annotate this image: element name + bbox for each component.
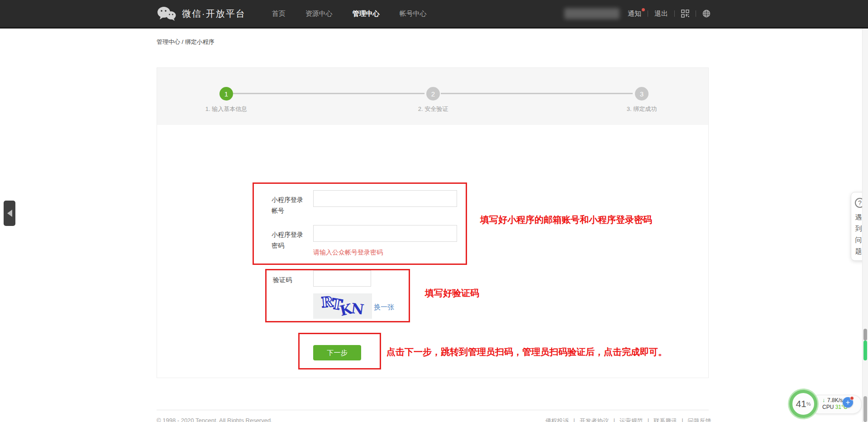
- footer-separator: |: [573, 417, 575, 422]
- memory-percent-unit: %: [806, 401, 811, 407]
- footer-link[interactable]: 侵权投诉: [545, 417, 569, 422]
- annotation-text-captcha: 填写好验证码: [425, 287, 479, 299]
- memory-percent-ring[interactable]: 41 %: [789, 390, 817, 418]
- step-3-circle: 3: [635, 87, 649, 101]
- annotation-box-credentials: [253, 182, 467, 265]
- scrollbar-track[interactable]: [862, 29, 868, 422]
- breadcrumb: 管理中心 / 绑定小程序: [157, 38, 215, 46]
- sidebar-collapse-tab[interactable]: [4, 201, 15, 226]
- wechat-open-platform-page: 微信·开放平台 首页 资源中心 管理中心 帐号中心 通知 退出: [0, 0, 868, 422]
- annotation-box-captcha: [265, 269, 410, 322]
- download-speed: 7.8K/s: [827, 397, 843, 403]
- step-connector: [441, 93, 633, 94]
- main-nav: 首页 资源中心 管理中心 帐号中心: [272, 10, 427, 18]
- notice-link[interactable]: 通知: [628, 10, 641, 18]
- logout-link[interactable]: 退出: [654, 10, 668, 18]
- nav-item-resources[interactable]: 资源中心: [305, 10, 333, 18]
- wechat-logo-icon: [157, 6, 176, 21]
- step-2-circle: 2: [426, 87, 440, 101]
- steps-header: 1 2 3 1. 输入基本信息 2. 安全验证 3. 绑定成功: [157, 68, 708, 125]
- footer-separator: |: [613, 417, 615, 422]
- top-navbar: 微信·开放平台 首页 资源中心 管理中心 帐号中心 通知 退出: [0, 0, 868, 29]
- footer-link[interactable]: 运营规范: [620, 417, 643, 422]
- cpu-label: CPU: [822, 404, 834, 410]
- footer-separator: |: [682, 417, 683, 422]
- divider: [648, 10, 648, 17]
- brand-name: 微信·开放平台: [182, 8, 246, 20]
- nav-item-management[interactable]: 管理中心: [353, 10, 380, 18]
- footer-separator: |: [648, 417, 649, 422]
- footer-link[interactable]: 开发者协议: [579, 417, 609, 422]
- notice-badge-dot: [642, 8, 645, 11]
- footer-copyright: © 1998 - 2020 Tencent. All Rights Reserv…: [157, 417, 272, 422]
- plus-icon: +: [846, 398, 850, 407]
- nav-item-home[interactable]: 首页: [272, 10, 286, 18]
- language-globe-icon[interactable]: [702, 10, 711, 18]
- navbar-right: 通知 退出: [564, 8, 711, 19]
- divider: [696, 10, 696, 17]
- scrollbar-marker-green: [863, 340, 867, 360]
- annotation-text-credentials: 填写好小程序的邮箱账号和小程序登录密码: [480, 214, 652, 226]
- scrollbar-thumb[interactable]: [863, 329, 867, 340]
- step-3-label: 3. 绑定成功: [627, 105, 657, 113]
- notice-label: 通知: [628, 10, 641, 17]
- help-tab-label: 遇到问题: [855, 211, 862, 257]
- footer-divider: [157, 410, 709, 410]
- download-arrow-icon: ↓: [822, 397, 825, 403]
- memory-percent-value: 41: [796, 398, 806, 409]
- collapse-arrow-icon: [7, 210, 12, 217]
- annotation-text-next: 点击下一步，跳转到管理员扫码，管理员扫码验证后，点击完成即可。: [386, 346, 667, 358]
- boost-plus-button[interactable]: +: [843, 397, 853, 408]
- step-connector: [233, 93, 424, 94]
- nav-item-account[interactable]: 帐号中心: [400, 10, 427, 18]
- qr-code-icon[interactable]: [681, 10, 689, 18]
- footer-link[interactable]: 联系腾讯: [653, 417, 677, 422]
- brand: 微信·开放平台: [157, 6, 246, 21]
- footer-link[interactable]: 问题反馈: [688, 417, 711, 422]
- annotation-box-next: [298, 333, 381, 369]
- divider: [674, 10, 675, 17]
- scrollbar-thumb[interactable]: [863, 396, 867, 422]
- step-2-label: 2. 安全验证: [418, 105, 448, 113]
- step-1-circle: 1: [219, 87, 233, 101]
- bind-miniprogram-card: 1 2 3 1. 输入基本信息 2. 安全验证 3. 绑定成功 小程序登录帐号 …: [157, 67, 709, 378]
- notification-dot: [850, 396, 854, 400]
- step-1-label: 1. 输入基本信息: [205, 105, 247, 113]
- account-name-blurred[interactable]: [564, 8, 620, 19]
- footer-links: 侵权投诉 | 开发者协议 | 运营规范 | 联系腾讯 | 问题反馈: [545, 417, 711, 422]
